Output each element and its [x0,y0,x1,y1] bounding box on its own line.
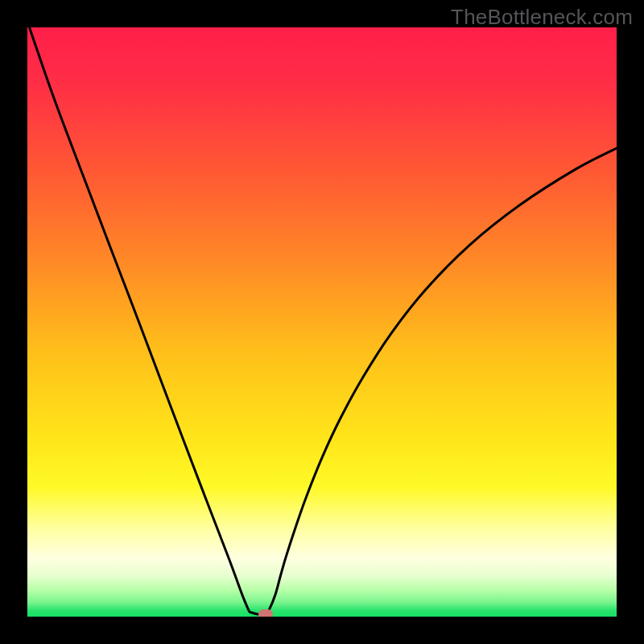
watermark-text: TheBottleneck.com [451,5,633,30]
bottleneck-curve [27,27,617,617]
min-marker [258,609,273,617]
plot-area [27,27,617,617]
chart-frame: TheBottleneck.com [0,0,644,644]
